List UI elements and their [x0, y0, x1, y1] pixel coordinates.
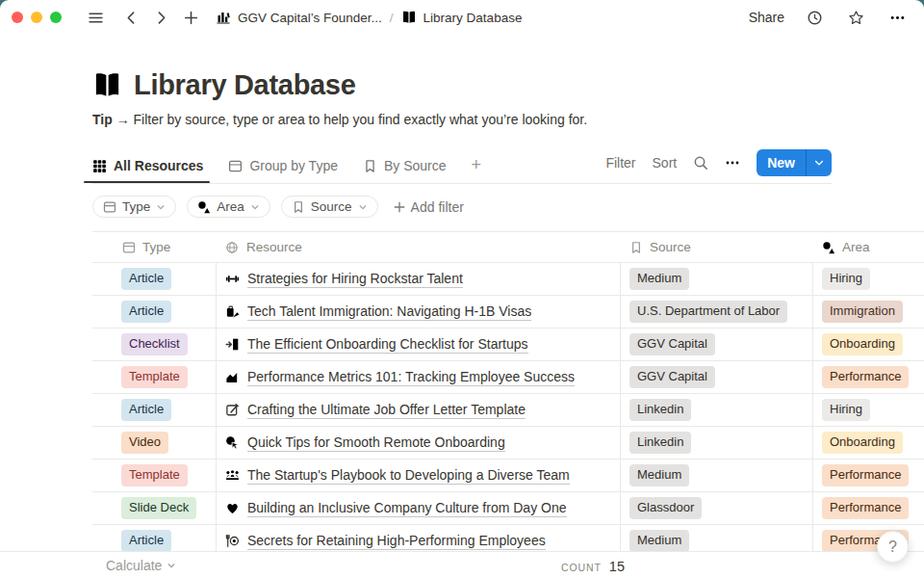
area-tag[interactable]: Hiring — [822, 399, 870, 421]
count-value: 15 — [609, 559, 625, 574]
resource-link[interactable]: The Startup's Playbook to Developing a D… — [247, 467, 570, 485]
table-row[interactable]: Article Crafting the Ultimate Job Offer … — [92, 394, 924, 427]
chevron-down-icon — [156, 202, 166, 212]
type-tag[interactable]: Template — [121, 366, 188, 388]
resource-link[interactable]: Secrets for Retaining High-Performing Em… — [247, 533, 546, 550]
table-row[interactable]: Template Performance Metrics 101: Tracki… — [92, 361, 924, 394]
type-tag[interactable]: Checklist — [121, 333, 188, 355]
sidebar-toggle-button[interactable] — [85, 7, 107, 29]
fullscreen-window-button[interactable] — [50, 12, 62, 23]
ellipsis-icon[interactable] — [725, 155, 740, 171]
chip-label: Source — [311, 199, 352, 214]
resource-link[interactable]: Quick Tips for Smooth Remote Onboarding — [247, 434, 505, 452]
close-window-button[interactable] — [12, 12, 23, 23]
more-options-button[interactable] — [886, 7, 909, 29]
resource-link[interactable]: Crafting the Ultimate Job Offer Letter T… — [247, 402, 526, 419]
source-tag[interactable]: GGV Capital — [629, 333, 715, 355]
page-tip: Tip → Filter by source, type or area to … — [92, 112, 924, 127]
column-header-type[interactable]: Type — [92, 232, 217, 262]
calculate-button[interactable]: Calculate — [106, 558, 176, 573]
source-tag[interactable]: Linkedin — [629, 399, 691, 421]
dumbbell-icon — [225, 272, 240, 286]
hamburger-icon — [88, 10, 104, 26]
shapes-icon — [822, 241, 835, 254]
page-title-row: Library Database — [92, 69, 924, 101]
area-tag[interactable]: Hiring — [822, 268, 870, 290]
table-footer: Calculate COUNT 15 — [0, 551, 924, 578]
resource-link[interactable]: The Efficient Onboarding Checklist for S… — [247, 336, 528, 354]
resource-link[interactable]: Building an Inclusive Company Culture fr… — [247, 500, 567, 517]
table-row[interactable]: Video Quick Tips for Smooth Remote Onboa… — [92, 427, 924, 460]
tab-by-source[interactable]: By Source — [363, 154, 447, 183]
column-header-resource[interactable]: Resource — [217, 232, 621, 262]
tab-all-resources[interactable]: All Resources — [92, 154, 203, 183]
column-label: Type — [142, 240, 170, 254]
source-tag[interactable]: GGV Capital — [629, 366, 715, 388]
type-tag[interactable]: Article — [121, 399, 171, 421]
area-tag[interactable]: Onboarding — [822, 432, 903, 454]
tab-group-by-type[interactable]: Group by Type — [228, 154, 338, 183]
resource-link[interactable]: Strategies for Hiring Rockstar Talent — [247, 271, 463, 288]
window-topbar: GGV Capital’s Founder... / Library Datab… — [0, 0, 924, 35]
filter-chip-type[interactable]: Type — [92, 196, 176, 218]
views-toolbar: All Resources Group by Type By Source + … — [92, 149, 832, 184]
table-row[interactable]: Slide Deck Building an Inclusive Company… — [92, 492, 924, 525]
area-tag[interactable]: Onboarding — [822, 333, 903, 355]
view-tabs: All Resources Group by Type By Source + — [92, 154, 481, 183]
source-tag[interactable]: Medium — [629, 530, 689, 552]
column-header-source[interactable]: Source — [621, 232, 813, 262]
type-tag[interactable]: Slide Deck — [121, 497, 196, 519]
type-tag[interactable]: Article — [121, 301, 171, 323]
table-header: Type Resource Source Area — [92, 231, 924, 263]
area-tag[interactable]: Performance — [822, 464, 909, 486]
table-row[interactable]: Checklist The Efficient Onboarding Check… — [92, 328, 924, 361]
add-filter-button[interactable]: Add filter — [393, 199, 464, 215]
type-tag[interactable]: Template — [121, 464, 188, 486]
filter-chip-area[interactable]: Area — [187, 196, 270, 218]
resource-link[interactable]: Tech Talent Immigration: Navigating H-1B… — [247, 303, 531, 321]
sort-button[interactable]: Sort — [653, 155, 678, 171]
new-page-button[interactable] — [180, 7, 202, 29]
tab-label: Group by Type — [249, 158, 338, 173]
clock-icon — [807, 10, 823, 26]
source-tag[interactable]: U.S. Department of Labor — [629, 301, 787, 323]
add-view-button[interactable]: + — [472, 155, 482, 183]
plus-icon — [393, 200, 406, 214]
new-button-label[interactable]: New — [757, 149, 806, 176]
resource-link[interactable]: Performance Metrics 101: Tracking Employ… — [247, 369, 575, 386]
table-row[interactable]: Article Strategies for Hiring Rockstar T… — [92, 263, 924, 296]
question-mark-icon: ? — [888, 539, 897, 556]
source-tag[interactable]: Glassdoor — [629, 497, 702, 519]
minimize-window-button[interactable] — [31, 12, 42, 23]
type-tag[interactable]: Article — [121, 268, 171, 290]
area-tag[interactable]: Immigration — [822, 301, 903, 323]
area-tag[interactable]: Performance — [822, 366, 909, 388]
table-row[interactable]: Template The Startup's Playbook to Devel… — [92, 460, 924, 492]
forward-button[interactable] — [150, 7, 172, 29]
search-icon[interactable] — [693, 155, 708, 171]
source-tag[interactable]: Medium — [629, 464, 689, 486]
chip-label: Area — [217, 199, 244, 214]
chevron-right-icon — [153, 10, 169, 26]
share-button[interactable]: Share — [749, 10, 784, 25]
table-row[interactable]: Article Tech Talent Immigration: Navigat… — [92, 296, 924, 328]
new-button[interactable]: New — [757, 149, 832, 176]
filter-chip-source[interactable]: Source — [281, 196, 378, 218]
area-tag[interactable]: Performance — [822, 497, 909, 519]
type-tag[interactable]: Article — [121, 530, 171, 552]
tip-arrow-icon: → — [116, 112, 130, 127]
back-button[interactable] — [120, 7, 142, 29]
favorite-button[interactable] — [845, 7, 867, 29]
filter-button[interactable]: Filter — [605, 155, 635, 171]
type-tag[interactable]: Video — [121, 432, 168, 454]
breadcrumb-parent[interactable]: GGV Capital’s Founder... — [238, 11, 382, 25]
new-dropdown-button[interactable] — [806, 149, 832, 176]
column-header-area[interactable]: Area — [813, 232, 924, 262]
source-tag[interactable]: Medium — [629, 268, 689, 290]
help-button[interactable]: ? — [877, 531, 909, 563]
updates-button[interactable] — [804, 7, 826, 29]
ellipsis-icon — [889, 10, 906, 26]
breadcrumb-current[interactable]: Library Database — [424, 11, 523, 25]
table-body: Article Strategies for Hiring Rockstar T… — [92, 263, 924, 558]
source-tag[interactable]: Linkedin — [629, 432, 691, 454]
